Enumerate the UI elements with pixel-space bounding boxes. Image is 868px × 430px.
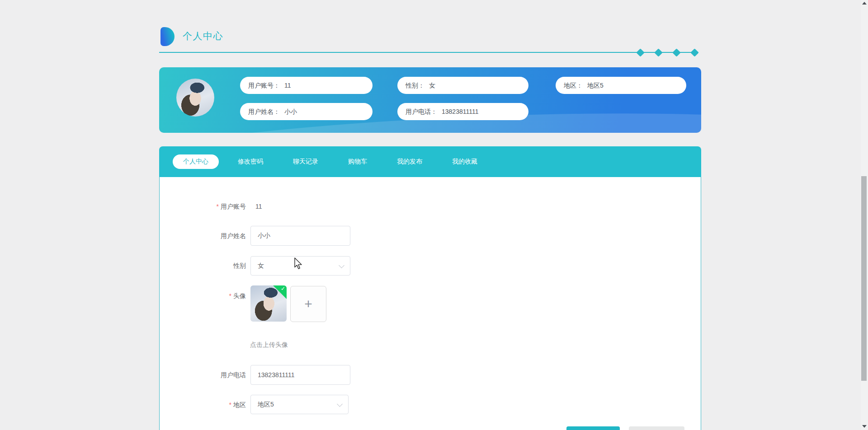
page-content: 个人中心 用户账号：11 性别：女 地区：地区5 用户姓名：小小 用户电话：13…: [159, 0, 701, 430]
region-select-value: 地区5: [258, 401, 274, 409]
banner-field-phone: 用户电话：13823811111: [397, 103, 528, 120]
tab-chat-history[interactable]: 聊天记录: [293, 158, 318, 166]
name-input[interactable]: [250, 226, 350, 246]
banner-field-value: 13823811111: [442, 108, 479, 115]
tab-shopping-cart[interactable]: 购物车: [348, 158, 367, 166]
divider-diamond-icon: [672, 48, 680, 56]
tab-change-password[interactable]: 修改密码: [238, 158, 263, 166]
gender-select-value: 女: [258, 262, 264, 270]
banner-field-gender: 性别：女: [397, 77, 528, 94]
name-label: 用户姓名: [160, 232, 246, 239]
check-icon: ✓: [281, 286, 285, 291]
page-title: 个人中心: [183, 30, 223, 42]
banner-field-value: 11: [284, 82, 291, 89]
divider-diamond-icon: [636, 48, 644, 56]
account-value: 11: [255, 203, 262, 210]
chevron-down-icon: [337, 401, 343, 407]
banner-field-value: 女: [429, 82, 435, 89]
banner-field-name: 用户姓名：小小: [240, 103, 373, 120]
required-asterisk: *: [229, 401, 231, 408]
title-divider: [159, 52, 698, 53]
banner-field-label: 用户姓名：: [248, 108, 280, 115]
gender-select[interactable]: 女: [250, 256, 350, 276]
profile-form-card: *用户账号 11 用户姓名 性别 女 *头像 ✓ + 点击上传头像 用户电话 *…: [159, 177, 701, 430]
tab-my-posts[interactable]: 我的发布: [397, 158, 422, 166]
phone-input[interactable]: [250, 365, 350, 385]
profile-banner: 用户账号：11 性别：女 地区：地区5 用户姓名：小小 用户电话：1382381…: [159, 67, 701, 133]
banner-field-account: 用户账号：11: [240, 77, 373, 94]
divider-diamond-icon: [654, 48, 662, 56]
avatar-thumbnail[interactable]: ✓: [250, 285, 287, 322]
banner-field-value: 小小: [284, 108, 297, 115]
required-asterisk: *: [229, 292, 231, 299]
scrollbar-thumb[interactable]: [861, 176, 867, 381]
banner-field-label: 用户电话：: [406, 108, 437, 115]
required-asterisk: *: [217, 203, 219, 210]
upload-hint: 点击上传头像: [250, 341, 288, 349]
tab-personal-center[interactable]: 个人中心: [173, 154, 219, 169]
chevron-down-icon: [339, 262, 344, 268]
region-select[interactable]: 地区5: [250, 395, 349, 414]
secondary-action-button[interactable]: [629, 426, 684, 430]
scrollbar[interactable]: [861, 0, 868, 430]
scroll-down-arrow-icon[interactable]: [862, 425, 867, 428]
avatar-upload-button[interactable]: +: [290, 286, 326, 322]
gender-label: 性别: [160, 262, 246, 269]
tab-bar: 个人中心 修改密码 聊天记录 购物车 我的发布 我的收藏: [159, 146, 701, 177]
banner-field-label: 地区：: [564, 82, 583, 89]
primary-action-button[interactable]: [566, 426, 620, 430]
banner-field-region: 地区：地区5: [556, 77, 686, 94]
header-accent-icon: [160, 27, 175, 46]
avatar-label: *头像: [160, 292, 246, 299]
region-label: *地区: [160, 401, 246, 408]
avatar: [176, 79, 214, 117]
scroll-up-arrow-icon[interactable]: [862, 2, 867, 5]
banner-field-value: 地区5: [587, 82, 604, 89]
phone-label: 用户电话: [160, 371, 246, 379]
account-label: *用户账号: [160, 203, 246, 210]
tab-my-favorites[interactable]: 我的收藏: [452, 158, 477, 166]
banner-field-label: 性别：: [406, 82, 425, 89]
banner-field-label: 用户账号：: [248, 82, 280, 89]
divider-diamond-icon: [690, 48, 698, 56]
plus-icon: +: [304, 297, 312, 311]
